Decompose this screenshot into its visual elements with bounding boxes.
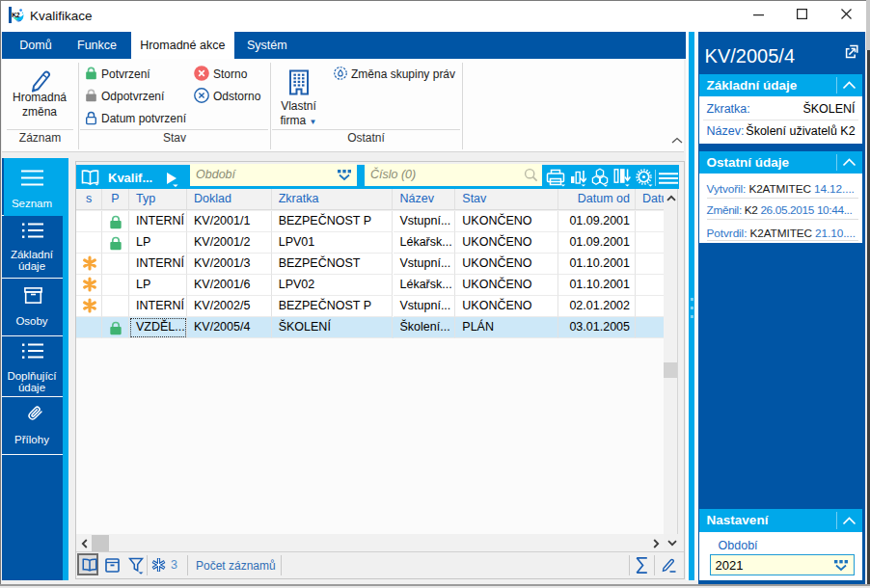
svg-text:K2: K2 — [12, 12, 20, 18]
